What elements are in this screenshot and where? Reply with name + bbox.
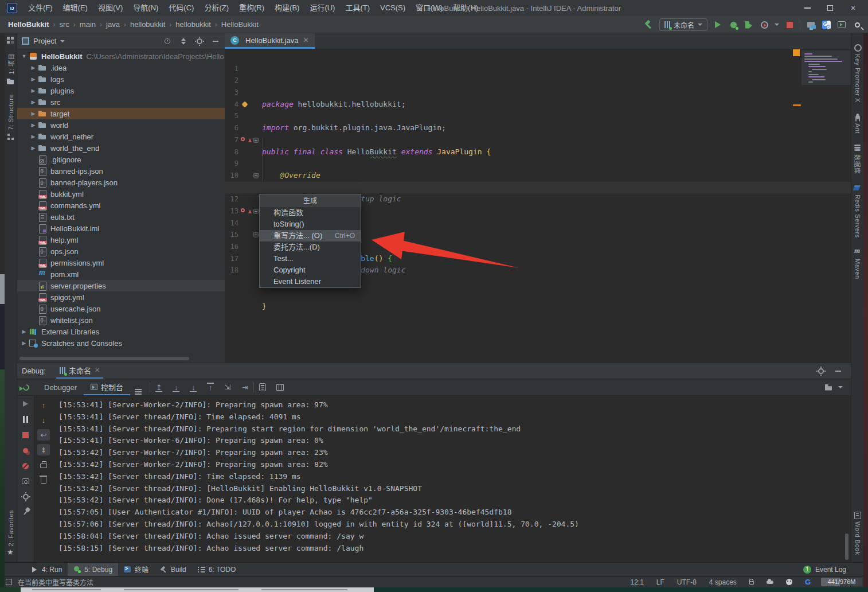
close-button[interactable]: × [842,0,865,16]
layout-chevron-icon[interactable] [838,386,843,388]
project-tree-item[interactable]: help.yml [17,234,225,246]
code-line[interactable]: 10 [225,158,851,170]
popup-menu-item[interactable]: toString() [260,219,361,230]
expand-arrow-icon[interactable]: ▶ [29,65,38,71]
collapse-all-icon[interactable] [179,37,188,46]
fold-marker-icon[interactable] [253,173,259,178]
popup-menu-item[interactable]: 构造函数 [260,207,361,219]
menu-item[interactable]: VCS(S) [375,0,410,16]
line-ending-indicator[interactable]: LF [656,578,664,586]
tool-windows-icon[interactable] [5,37,17,44]
run-button[interactable] [713,20,723,30]
project-tree-item[interactable]: ▶ src [17,96,225,108]
project-tree-item[interactable]: whitelist.json [17,314,225,326]
breadcrumb-item[interactable]: java› [106,20,130,29]
menu-item[interactable]: 分析(Z) [199,0,234,16]
attach-debugger-button[interactable] [744,20,754,30]
project-tree-item[interactable]: ops.json [17,246,225,257]
menu-item[interactable]: 文件(F) [23,0,58,16]
menu-item[interactable]: 工具(T) [340,0,375,16]
debug-settings-gear-icon[interactable] [816,367,826,376]
debug-session-tab[interactable]: 未命名 ✕ [56,363,103,379]
project-panel-title[interactable]: Project [33,37,56,45]
gutter-override-icon[interactable] [241,137,245,141]
run-anything-icon[interactable] [836,20,847,30]
event-log-button[interactable]: 1 Event Log [803,566,846,574]
search-everywhere-icon[interactable] [852,20,862,30]
console-scrollbar[interactable] [845,533,849,560]
horizontal-scrollbar[interactable] [19,357,189,360]
debug-button[interactable] [728,20,738,30]
code-line[interactable]: 8 public void onEnable() { [225,134,851,146]
expand-arrow-icon[interactable]: ▼ [19,53,29,59]
tool-window-button[interactable]: 2: Favorites [5,510,17,556]
project-tree-item[interactable]: ▶ Scratches and Consoles [17,337,225,349]
project-tree-item[interactable]: server.properties [17,280,225,291]
evaluate-expression-icon[interactable] [258,383,267,392]
code-line[interactable]: 7 @Override [225,122,851,134]
breadcrumb-item[interactable]: HelloBukkit› [8,20,60,29]
project-tree-item[interactable]: pom.xml [17,268,225,280]
gravatar-icon[interactable] [786,579,792,585]
project-tree-item[interactable]: ▶ .idea [17,62,225,73]
menu-icon[interactable] [135,389,142,390]
tab-console[interactable]: 控制台 [84,379,130,395]
step-over-icon[interactable]: ↓ [171,383,181,392]
print-icon[interactable] [37,459,50,470]
tool-window-button[interactable]: 6: TODO [192,563,242,576]
mute-breakpoints-icon[interactable] [21,461,30,470]
project-tree-item[interactable]: ▶ world_nether [17,131,225,142]
project-tree-item[interactable]: ▶ plugins [17,85,225,96]
scroll-down-icon[interactable]: ↓ [37,414,50,426]
code-line[interactable]: 6 [225,110,851,122]
run-configuration-selector[interactable]: 未命名 [659,18,707,31]
memory-indicator[interactable]: 441/976M [821,578,862,586]
fold-marker-icon[interactable] [253,209,259,214]
breadcrumb-item[interactable]: hellobukkit› [130,20,175,29]
hide-panel-icon[interactable] [211,37,220,46]
menu-item[interactable]: 编辑(E) [58,0,93,16]
code-line[interactable]: 9 // Plugin startup logic [225,146,851,158]
debug-console[interactable]: [15:53:41] [Server-Worker-2/INFO]: Prepa… [53,396,851,562]
project-tree-item[interactable]: banned-players.json [17,177,225,188]
expand-arrow-icon[interactable]: ▶ [19,329,29,334]
pause-icon[interactable] [21,415,30,424]
minimize-button[interactable] [796,0,819,16]
run-to-cursor-icon[interactable]: ⇥ [240,383,249,392]
menu-item[interactable]: 导航(N) [128,0,163,16]
build-hammer-icon[interactable] [644,20,654,30]
expand-arrow-icon[interactable]: ▶ [29,111,38,116]
project-tree-item[interactable]: spigot.yml [17,291,225,303]
force-step-into-icon[interactable]: ⇲ [223,383,232,392]
inspection-status-icon[interactable] [793,49,800,56]
tool-window-button[interactable]: 7: Structure [5,94,17,141]
project-tree-item[interactable]: ▶ world [17,119,225,131]
code-minimap[interactable] [801,50,851,85]
gutter-override-icon[interactable] [241,101,248,107]
fold-marker-icon[interactable] [253,232,259,237]
tab-debugger[interactable]: Debugger [37,379,84,395]
menu-item[interactable]: 重构(R) [234,0,269,16]
project-tree-item[interactable]: .gitignore [17,154,225,165]
scroll-up-icon[interactable]: ↑ [37,399,50,411]
code-line[interactable]: 3 import org.bukkit.plugin.java.JavaPlug… [225,75,851,87]
breadcrumb-item[interactable]: hellobukkit› [175,20,221,29]
expand-arrow-icon[interactable]: ▶ [19,340,29,346]
cloud-sync-icon[interactable] [767,581,773,584]
translate-icon[interactable] [821,20,831,30]
project-tree-item[interactable]: eula.txt [17,211,225,223]
close-tab-icon[interactable]: ✕ [303,36,309,44]
gutter-override-icon[interactable] [241,208,245,212]
code-line[interactable]: 12 [225,182,851,194]
caret-position[interactable]: 12:1 [630,578,643,586]
tool-window-button[interactable]: Key Promoter X [851,44,863,103]
tool-window-button[interactable]: 终端 [118,563,154,576]
tool-window-button[interactable]: Redis Servers [851,184,863,238]
profiler-chevron-icon[interactable] [775,24,779,26]
expand-arrow-icon[interactable]: ▶ [29,134,38,139]
hide-debug-panel-icon[interactable] [834,367,843,376]
pin-icon[interactable] [21,508,30,517]
scroll-to-end-icon[interactable]: ⇟ [37,444,50,455]
popup-menu-item[interactable]: 重写方法... (O) Ctrl+O [260,230,361,242]
thread-dump-camera-icon[interactable] [21,477,30,486]
